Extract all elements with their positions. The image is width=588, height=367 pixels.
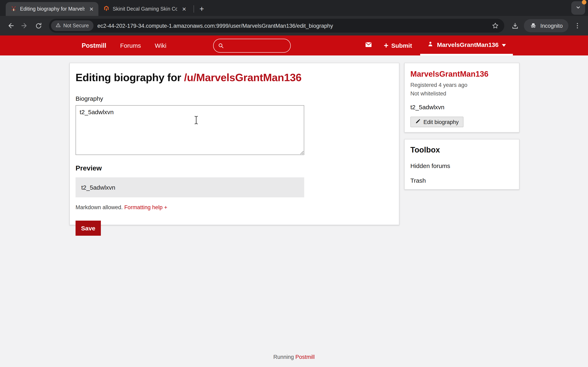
tab-editing-biography[interactable]: Editing biography for Marvels ✕ bbox=[6, 2, 98, 16]
pencil-icon bbox=[415, 119, 421, 125]
tab-skinit[interactable]: Skinit Decal Gaming Skin Con ✕ bbox=[98, 2, 191, 16]
brand-link[interactable]: Postmill bbox=[82, 35, 106, 55]
toolbox-link-hidden-forums[interactable]: Hidden forums bbox=[410, 162, 513, 169]
bookmark-button[interactable] bbox=[489, 19, 502, 32]
nav-link-forums[interactable]: Forums bbox=[120, 35, 141, 55]
save-button[interactable]: Save bbox=[76, 221, 101, 236]
preview-heading: Preview bbox=[76, 164, 393, 173]
footer-postmill-link[interactable]: Postmill bbox=[295, 354, 315, 360]
biography-label: Biography bbox=[76, 95, 393, 102]
username-label: MarvelsGrantMan136 bbox=[437, 41, 499, 48]
url-text[interactable]: ec2-44-202-179-34.compute-1.amazonaws.co… bbox=[97, 23, 489, 29]
not-secure-chip[interactable]: Not Secure bbox=[51, 20, 93, 31]
search-icon bbox=[218, 42, 224, 49]
formatting-help-link[interactable]: Formatting help + bbox=[124, 204, 167, 210]
profile-bio: t2_5adwlxvn bbox=[410, 104, 513, 110]
markdown-note: Markdown allowed. Formatting help + bbox=[76, 204, 393, 210]
submit-label: Submit bbox=[391, 42, 412, 49]
forward-button[interactable] bbox=[18, 19, 31, 32]
user-icon bbox=[427, 41, 434, 49]
edit-biography-label: Edit biography bbox=[424, 119, 459, 125]
close-icon[interactable]: ✕ bbox=[181, 5, 188, 13]
omnibox[interactable]: Not Secure ec2-44-202-179-34.compute-1.a… bbox=[49, 19, 504, 33]
new-tab-button[interactable]: + bbox=[196, 4, 207, 14]
navbar-right: + Submit MarvelsGrantMan136 bbox=[359, 35, 513, 55]
user-menu[interactable]: MarvelsGrantMan136 bbox=[420, 35, 513, 55]
edit-biography-card: Editing biography for /u/MarvelsGrantMan… bbox=[69, 63, 399, 225]
footer-text: Running bbox=[273, 354, 295, 360]
biography-textarea[interactable]: t2_5adwlxvn bbox=[76, 105, 304, 155]
incognito-label: Incognito bbox=[540, 23, 563, 29]
submit-button[interactable]: + Submit bbox=[378, 35, 418, 55]
warning-icon bbox=[56, 22, 61, 29]
browser-toolbar: Not Secure ec2-44-202-179-34.compute-1.a… bbox=[0, 16, 588, 35]
profile-registered: Registered 4 years ago bbox=[410, 82, 513, 88]
reload-button[interactable] bbox=[32, 19, 45, 32]
tab-divider bbox=[194, 5, 194, 13]
download-button[interactable] bbox=[508, 19, 521, 32]
profile-whitelist-status: Not whitelisted bbox=[410, 91, 513, 97]
not-secure-label: Not Secure bbox=[63, 23, 89, 29]
tab-title: Skinit Decal Gaming Skin Con bbox=[113, 6, 177, 12]
incognito-icon bbox=[530, 21, 537, 30]
toolbox-title: Toolbox bbox=[410, 146, 513, 155]
tab-search-button[interactable] bbox=[571, 1, 585, 15]
page-body: Editing biography for /u/MarvelsGrantMan… bbox=[0, 55, 588, 367]
close-icon[interactable]: ✕ bbox=[88, 5, 95, 13]
page-title-user-link[interactable]: /u/MarvelsGrantMan136 bbox=[184, 71, 301, 83]
nav-link-wiki[interactable]: Wiki bbox=[155, 35, 166, 55]
toolbox-link-trash[interactable]: Trash bbox=[410, 177, 513, 184]
caret-down-icon bbox=[502, 41, 506, 48]
preview-text: t2_5adwlxvn bbox=[81, 184, 115, 191]
navbar-search bbox=[213, 35, 291, 55]
incognito-badge: Incognito bbox=[524, 19, 568, 32]
browser-window: Editing biography for Marvels ✕ Skinit D… bbox=[0, 0, 588, 367]
plus-icon: + bbox=[384, 41, 388, 50]
page-title: Editing biography for /u/MarvelsGrantMan… bbox=[76, 71, 393, 84]
profile-card: MarvelsGrantMan136 Registered 4 years ag… bbox=[404, 63, 519, 133]
site-navbar: Postmill Forums Wiki + Submit MarvelsGra… bbox=[0, 35, 588, 55]
back-button[interactable] bbox=[4, 19, 17, 32]
magento-icon bbox=[103, 5, 109, 13]
menu-button[interactable] bbox=[571, 19, 584, 32]
messages-button[interactable] bbox=[359, 35, 378, 55]
toolbox-card: Toolbox Hidden forums Trash bbox=[404, 139, 519, 190]
chevron-down-icon bbox=[575, 4, 581, 12]
tab-title: Editing biography for Marvels bbox=[20, 6, 85, 12]
tab-strip: Editing biography for Marvels ✕ Skinit D… bbox=[0, 0, 588, 16]
edit-biography-button[interactable]: Edit biography bbox=[410, 117, 464, 127]
envelope-icon bbox=[365, 41, 372, 50]
postmill-windmill-icon bbox=[11, 5, 17, 13]
notification-dot bbox=[582, 0, 586, 4]
search-input[interactable] bbox=[213, 39, 291, 52]
footer: Running Postmill bbox=[0, 354, 588, 360]
preview-box: t2_5adwlxvn bbox=[76, 177, 304, 197]
profile-username-link[interactable]: MarvelsGrantMan136 bbox=[410, 70, 513, 79]
